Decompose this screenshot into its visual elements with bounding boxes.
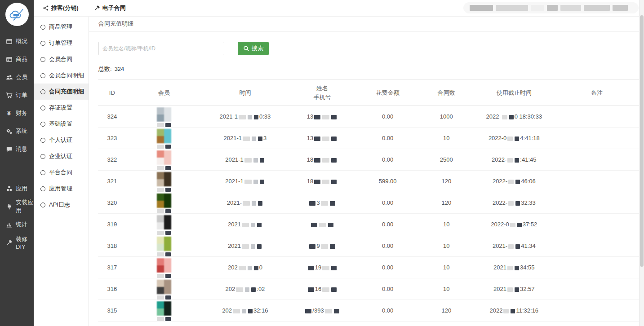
cell-member [126, 278, 202, 300]
time-text: 3 [263, 135, 266, 141]
search-toolbar: 搜索 [98, 42, 640, 55]
submenu-item-4[interactable]: 会员合同明细 [34, 67, 89, 84]
cloud-pen-logo-icon [7, 4, 27, 24]
top-tab-1[interactable]: 推客(分销) [43, 4, 79, 12]
cell-remark [555, 235, 639, 257]
cell-contracts: 10 [419, 235, 473, 257]
submenu-item-label: 合同充值明细 [49, 88, 84, 96]
sidebar-item-1[interactable]: 概况 [0, 32, 34, 50]
app-logo[interactable] [5, 3, 29, 26]
cell-phone [289, 214, 356, 235]
search-input[interactable] [98, 42, 224, 55]
submenu-item-1[interactable]: 商品管理 [34, 19, 89, 35]
submenu-item-label: 企业认证 [49, 152, 72, 160]
submenu-item-12[interactable]: API日志 [34, 197, 89, 213]
cell-remark [555, 300, 639, 322]
cell-phone: 3 [289, 192, 356, 214]
redacted-block [242, 223, 249, 227]
redacted-block [319, 223, 326, 227]
top-tab-2[interactable]: 电子合同 [94, 4, 126, 12]
member-avatar [157, 129, 171, 143]
submenu-item-10[interactable]: 平台合同 [34, 164, 89, 181]
redacted-block [515, 137, 519, 141]
sidebar-item-7[interactable]: 消息 [0, 140, 34, 158]
redacted-block [496, 5, 528, 11]
search-button[interactable]: 搜索 [238, 42, 269, 55]
redacted-block [236, 287, 243, 292]
page-header: 合同充值明细 [89, 16, 640, 32]
top-tab-label: 推客(分销) [51, 4, 79, 12]
submenu-item-11[interactable]: 应用管理 [34, 181, 89, 197]
redacted-block [251, 223, 255, 227]
sidebar-item-4[interactable]: 订单 [0, 86, 34, 104]
sidebar-item-label: 应用 [16, 185, 27, 193]
cell-member [126, 235, 202, 257]
sidebar-item-6[interactable]: 系统 [0, 122, 34, 140]
cell-contracts: 10 [419, 278, 473, 300]
sidebar-item-9[interactable]: 安装应用 [0, 198, 34, 216]
submenu-item-label: 平台合同 [49, 168, 72, 176]
redacted-block [515, 158, 519, 163]
redacted-block [157, 274, 164, 278]
submenu-item-9[interactable]: 企业认证 [34, 148, 89, 164]
redacted-block [165, 231, 171, 235]
table-row: 31520232:16/3930.00120202211:32:16 [98, 300, 639, 322]
phone-text: 13 [307, 135, 313, 141]
avatar-pixel [157, 287, 164, 294]
redacted-block [244, 180, 252, 184]
submenu-item-8[interactable]: 个人认证 [34, 132, 89, 148]
avatar-pixel [157, 115, 164, 122]
submenu-item-label: 订单管理 [49, 39, 72, 47]
table-row: 3222021-1180.0025002022-:41:45 [98, 149, 639, 171]
sidebar-item-11[interactable]: 装修DIY [0, 233, 34, 251]
column-header: 姓名手机号 [289, 80, 356, 106]
column-header: ID [98, 80, 126, 106]
redacted-block [322, 115, 329, 119]
redacted-block [507, 158, 513, 163]
sidebar-item-3[interactable]: 会员 [0, 68, 34, 86]
redacted-block [252, 201, 256, 206]
sidebar-item-5[interactable]: ¥财务 [0, 104, 34, 122]
redacted-block [330, 201, 335, 206]
redacted-block [309, 244, 315, 249]
user-info-redacted[interactable] [463, 2, 639, 13]
cell-time: 2021-10:33 [202, 106, 289, 128]
scrollbar[interactable] [639, 0, 644, 326]
cell-contracts: 1000 [419, 106, 473, 128]
redacted-block [330, 244, 335, 249]
sidebar-item-2[interactable]: 商品 [0, 50, 34, 68]
cell-spent: 0.00 [356, 214, 419, 235]
redacted-block [331, 158, 337, 163]
total-count: 总数:324 [98, 65, 640, 73]
avatar-pixel [164, 158, 171, 165]
redacted-block [517, 223, 522, 227]
sidebar-item-label: 系统 [16, 127, 27, 135]
goods-icon [5, 56, 13, 63]
sidebar-item-label: 装修DIY [16, 235, 34, 250]
redacted-block [503, 309, 509, 313]
submenu-item-3[interactable]: 会员合同 [34, 51, 89, 67]
cell-phone: 13 [289, 128, 356, 149]
submenu-item-2[interactable]: 订单管理 [34, 35, 89, 51]
submenu-item-6[interactable]: 存证设置 [34, 100, 89, 116]
deadline-text: 2022- [493, 199, 507, 206]
finance-icon: ¥ [5, 110, 13, 116]
redacted-block [253, 180, 258, 184]
submenu-item-label: 基础设置 [49, 120, 72, 128]
submenu-item-5[interactable]: 合同充值明细 [34, 84, 89, 100]
avatar-pixel [157, 201, 164, 208]
avatar-pixel [164, 222, 171, 229]
redacted-block [157, 123, 164, 127]
cell-spent: 599.00 [356, 171, 419, 192]
cell-id: 323 [98, 128, 126, 149]
redacted-block [157, 295, 164, 300]
sidebar-item-8[interactable]: 应用 [0, 180, 34, 198]
redacted-block [239, 115, 246, 119]
cell-time: 2021-13 [202, 128, 289, 149]
scrollbar-thumb[interactable] [640, 15, 644, 267]
overview-icon [5, 38, 13, 45]
sidebar-item-10[interactable]: 统计 [0, 216, 34, 233]
submenu-item-7[interactable]: 基础设置 [34, 116, 89, 132]
cell-time: 2021 [202, 214, 289, 235]
radio-circle-icon [40, 73, 45, 78]
